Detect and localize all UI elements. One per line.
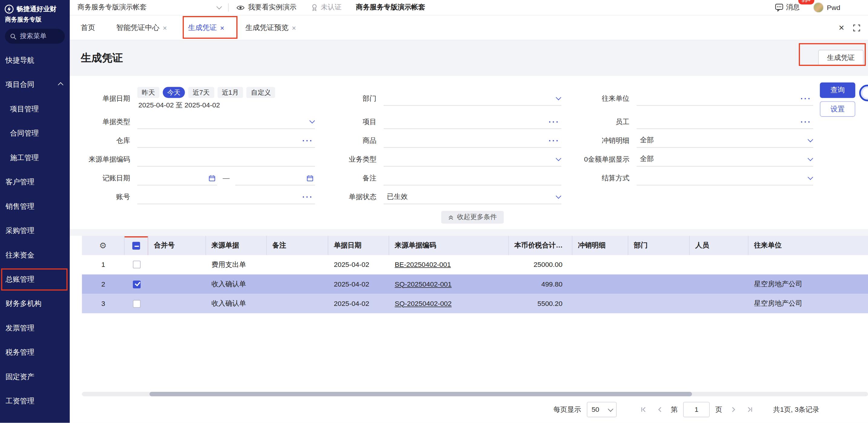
col-amount[interactable]: 本币价税合计… (509, 236, 572, 255)
chevron-down-icon (556, 193, 561, 199)
close-icon[interactable]: × (292, 24, 296, 32)
warehouse-picker[interactable]: ··· (137, 133, 315, 148)
pill-custom[interactable]: 自定义 (247, 87, 275, 98)
doc-type-select[interactable] (137, 115, 315, 129)
horizontal-scrollbar[interactable] (82, 392, 868, 396)
col-remark[interactable]: 备注 (267, 236, 329, 255)
close-icon[interactable]: × (220, 24, 224, 32)
sidebar-item-construction-mgmt[interactable]: 施工管理 (0, 145, 70, 170)
query-button[interactable]: 查询 (820, 83, 855, 98)
posting-date-end-input[interactable] (235, 171, 315, 186)
close-icon[interactable]: × (163, 24, 167, 32)
pill-yesterday[interactable]: 昨天 (137, 87, 159, 98)
source-doc-link[interactable]: SQ-20250402-001 (395, 280, 452, 288)
goods-picker[interactable]: ··· (384, 133, 561, 148)
col-writeoff[interactable]: 冲销明细 (572, 236, 628, 255)
pill-last1month[interactable]: 近1月 (217, 87, 243, 98)
sidebar-item-payroll-mgmt[interactable]: 工资管理 (0, 389, 70, 413)
chevron-down-icon (808, 156, 813, 161)
close-icon[interactable]: × (839, 23, 844, 32)
sidebar-menu: 快捷导航 项目合同 项目管理 合同管理 施工管理 客户管理 销售管理 采购管理 … (0, 43, 70, 413)
sidebar-item-project-mgmt[interactable]: 项目管理 (0, 97, 70, 121)
sidebar-item-tax-mgmt[interactable]: 税务管理 (0, 340, 70, 365)
settings-button[interactable]: 设置 (820, 101, 855, 117)
last-page-icon[interactable] (744, 404, 755, 415)
divider (228, 3, 229, 11)
tab-smart-voucher-center[interactable]: 智能凭证中心 × (116, 23, 167, 33)
zero-amount-select[interactable]: 全部 (637, 152, 813, 167)
next-page-icon[interactable] (728, 404, 739, 415)
pill-last7days[interactable]: 近7天 (188, 87, 214, 98)
account-book-title: 商务服务专版演示帐套 (356, 3, 425, 12)
page-number-input[interactable] (683, 402, 710, 417)
table-row[interactable]: 3 收入确认单 2025-04-02 SQ-20250402-002 5500.… (82, 294, 868, 313)
avatar[interactable] (813, 2, 824, 13)
first-page-icon[interactable] (638, 404, 649, 415)
tab-bar: 首页 智能凭证中心 × 生成凭证 × 生成凭证预览 × × (70, 15, 868, 40)
sidebar-item-general-ledger[interactable]: 总账管理 (0, 267, 70, 291)
tab-generate-voucher-preview[interactable]: 生成凭证预览 × (245, 23, 296, 33)
sidebar-item-purchase-mgmt[interactable]: 采购管理 (0, 219, 70, 243)
source-code-input[interactable] (137, 152, 315, 167)
tab-home[interactable]: 首页 (81, 23, 95, 33)
writeoff-detail-select[interactable]: 全部 (637, 133, 813, 148)
account-picker[interactable]: ··· (137, 190, 315, 204)
row-checkbox[interactable] (132, 261, 141, 269)
sidebar-item-contract-mgmt[interactable]: 合同管理 (0, 121, 70, 145)
generate-voucher-button[interactable]: 生成凭证 (818, 50, 864, 66)
department-select[interactable] (384, 91, 561, 106)
row-checkbox[interactable] (132, 280, 141, 288)
ellipsis-picker-icon: ··· (801, 96, 812, 101)
sidebar-item-customer-mgmt[interactable]: 客户管理 (0, 170, 70, 194)
prev-page-icon[interactable] (654, 404, 665, 415)
employee-picker[interactable]: ··· (637, 115, 813, 129)
pill-today[interactable]: 今天 (163, 87, 185, 98)
table-row[interactable]: 1 费用支出单 2025-04-02 BE-20250402-001 25000… (82, 255, 868, 274)
account-book-selector[interactable]: 商务服务专版演示帐套 (78, 3, 220, 12)
ellipsis-picker-icon: ··· (549, 138, 560, 143)
doc-status-select[interactable]: 已生效 (384, 190, 561, 204)
per-page-select[interactable]: 50 (587, 402, 617, 417)
sidebar-group-project-contract[interactable]: 项目合同 (0, 73, 70, 97)
tab-generate-voucher[interactable]: 生成凭证 × (188, 23, 224, 33)
col-source-code[interactable]: 来源单据编码 (389, 236, 509, 255)
col-partner[interactable]: 往来单位 (748, 236, 868, 255)
menu-search-input[interactable]: 搜索菜单 (5, 29, 65, 43)
table-row-selected[interactable]: 2 收入确认单 2025-04-02 SQ-20250402-001 499.8… (82, 274, 868, 294)
demo-link[interactable]: 我要看实例演示 (236, 3, 296, 12)
sidebar-item-finance-multi-org[interactable]: 财务多机构 (0, 292, 70, 316)
sidebar-item-sales-mgmt[interactable]: 销售管理 (0, 194, 70, 219)
sidebar-item-invoice-mgmt[interactable]: 发票管理 (0, 316, 70, 340)
filter-label-posting-date: 记账日期 (76, 173, 137, 183)
double-chevron-up-icon (447, 214, 454, 220)
partner-picker[interactable]: ··· (637, 91, 813, 106)
cert-status[interactable]: 未认证 (311, 3, 342, 12)
results-table: ⚙ 合并号 来源单据 备注 单据日期 来源单据编码 本币价税合计… 冲销明细 部… (70, 236, 868, 423)
fullscreen-icon[interactable] (853, 24, 861, 31)
remark-input[interactable] (384, 171, 561, 186)
source-doc-link[interactable]: BE-20250402-001 (395, 261, 451, 269)
col-doc-date[interactable]: 单据日期 (329, 236, 389, 255)
gear-icon[interactable]: ⚙ (99, 241, 107, 249)
date-range-text: 2025-04-02 至 2025-04-02 (137, 101, 315, 110)
filter-label-warehouse: 仓库 (76, 136, 137, 145)
collapse-more-filters[interactable]: 收起更多条件 (441, 211, 504, 224)
project-picker[interactable]: ··· (384, 115, 561, 129)
sidebar-item-quick-nav[interactable]: 快捷导航 (0, 48, 70, 72)
source-doc-link[interactable]: SQ-20250402-002 (395, 299, 452, 307)
messages-button[interactable]: 消息 99+ (775, 3, 800, 12)
col-merge-no[interactable]: 合并号 (148, 236, 206, 255)
select-all-checkbox[interactable] (132, 241, 140, 249)
posting-date-start-input[interactable] (137, 171, 217, 186)
col-department[interactable]: 部门 (628, 236, 690, 255)
col-person[interactable]: 人员 (690, 236, 748, 255)
scrollbar-thumb[interactable] (150, 392, 692, 396)
settle-method-select[interactable] (637, 171, 813, 186)
filter-label-doc-type: 单据类型 (76, 117, 137, 127)
sidebar-item-fixed-assets[interactable]: 固定资产 (0, 365, 70, 389)
col-source-doc[interactable]: 来源单据 (206, 236, 267, 255)
sidebar-item-current-funds[interactable]: 往来资金 (0, 243, 70, 267)
page-prefix: 第 (671, 405, 678, 414)
row-checkbox[interactable] (132, 299, 141, 307)
biz-type-select[interactable] (384, 152, 561, 167)
